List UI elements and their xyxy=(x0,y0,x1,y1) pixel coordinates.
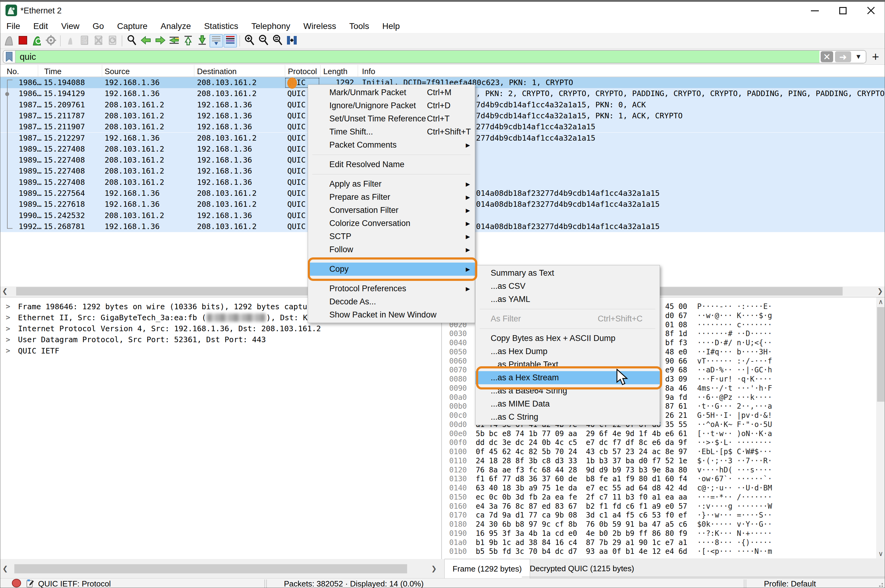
hex-row[interactable]: 01a0b1 9b 1c ad 38 84 16 c4 87 7b 29 a1 … xyxy=(444,538,884,548)
context-menu-item-prepare-as-filter[interactable]: Prepare as Filter▶ xyxy=(308,190,475,204)
hex-row[interactable]: 018024 30 6b b8 97 9c cf 8b 76 0b 59 91 … xyxy=(444,520,884,529)
menubar-item-go[interactable]: Go xyxy=(93,21,104,31)
menubar-item-file[interactable]: File xyxy=(6,21,20,31)
copy-submenu-item-as-a-hex-stream[interactable]: ...as a Hex Stream xyxy=(476,371,660,384)
go-forward-button[interactable] xyxy=(153,34,167,48)
context-menu-item-set-unset-time-reference[interactable]: Set/Unset Time ReferenceCtrl+T xyxy=(308,112,475,125)
column-separator[interactable] xyxy=(358,65,358,77)
scrollbar-thumb[interactable] xyxy=(877,307,884,402)
hex-row[interactable]: 00e05b bc e8 74 1b 77 09 aa 29 6f 4e 9d … xyxy=(444,429,884,438)
context-menu-item-protocol-preferences[interactable]: Protocol Preferences▶ xyxy=(308,282,475,295)
detail-row[interactable]: >User Datagram Protocol, Src Port: 52361… xyxy=(0,334,441,345)
context-menu-item-copy[interactable]: Copy▶ xyxy=(308,262,475,276)
menubar-item-capture[interactable]: Capture xyxy=(117,21,148,31)
hex-row[interactable]: 0150ec 0c 0b 3d fb 2a ea fe 2f c7 11 b3 … xyxy=(444,493,884,502)
clear-filter-button[interactable]: ✕ xyxy=(820,51,833,62)
copy-submenu-item-as-a-base64-string[interactable]: ...as a Base64 String xyxy=(476,384,660,398)
filter-text[interactable]: quic xyxy=(15,51,819,63)
hex-row[interactable]: 01000f 45 62 4c 82 5b 70 24 43 cb 57 23 … xyxy=(444,447,884,456)
status-profile[interactable]: Profile: Default xyxy=(764,579,816,588)
copy-submenu-item-as-printable-text[interactable]: ...as Printable Text xyxy=(476,358,660,371)
status-left-text[interactable]: QUIC IETF: Protocol xyxy=(38,579,111,588)
go-last-button[interactable] xyxy=(195,34,209,48)
find-packet-button[interactable] xyxy=(125,34,139,48)
save-file-button[interactable]: 010101100111 xyxy=(78,34,91,48)
title-bar[interactable]: *Ethernet 2 xyxy=(0,2,885,19)
hex-row[interactable]: 01b0b5 5b fd 3c 70 b4 dc d7 93 aa 0f b1 … xyxy=(444,547,884,556)
copy-submenu-item-as-yaml[interactable]: ...as YAML xyxy=(476,293,660,306)
context-menu-item-sctp[interactable]: SCTP▶ xyxy=(308,230,475,243)
scroll-down-icon[interactable]: ∨ xyxy=(876,550,885,557)
menubar-item-wireless[interactable]: Wireless xyxy=(303,21,336,31)
scroll-left-icon[interactable]: ❮ xyxy=(0,288,9,295)
auto-scroll-button[interactable] xyxy=(210,34,223,48)
filter-bookmark-button[interactable] xyxy=(3,51,15,63)
scroll-right-icon[interactable]: ❯ xyxy=(876,288,885,295)
hex-row[interactable]: 00f0dd dc 3e dc 24 0b 4c c5 e7 dc f7 df … xyxy=(444,438,884,447)
context-menu-item-edit-resolved-name[interactable]: Edit Resolved Name xyxy=(308,158,475,171)
zoom-out-button[interactable] xyxy=(257,34,270,48)
go-first-button[interactable] xyxy=(182,34,195,48)
column-separator[interactable] xyxy=(320,65,321,77)
menubar-item-tools[interactable]: Tools xyxy=(349,21,369,31)
expander-icon[interactable]: > xyxy=(6,336,10,344)
open-file-button[interactable] xyxy=(64,34,77,48)
expander-icon[interactable]: > xyxy=(6,313,10,322)
minimize-button[interactable] xyxy=(801,2,829,20)
menubar-item-analyze[interactable]: Analyze xyxy=(161,21,191,31)
expander-icon[interactable]: > xyxy=(6,346,10,355)
maximize-button[interactable] xyxy=(829,2,856,20)
context-menu-item-colorize-conversation[interactable]: Colorize Conversation▶ xyxy=(308,217,475,230)
hex-row[interactable]: 0170ca 7d 9a d1 77 ca 9b 08 3d c1 a4 f5 … xyxy=(444,511,884,520)
add-filter-button[interactable]: + xyxy=(869,51,882,63)
menubar-item-edit[interactable]: Edit xyxy=(33,21,48,31)
context-menu-item-decode-as[interactable]: Decode As... xyxy=(308,295,475,308)
zoom-in-button[interactable] xyxy=(243,34,256,48)
details-hscrollbar[interactable]: ❮ ❯ xyxy=(0,563,442,574)
copy-submenu-item-as-mime-data[interactable]: ...as MIME Data xyxy=(476,398,660,411)
column-separator[interactable] xyxy=(38,65,38,77)
tab-decrypted-quic[interactable]: Decrypted QUIC (1215 bytes) xyxy=(522,559,642,578)
copy-submenu-item-as-hex-dump[interactable]: ...as Hex Dump xyxy=(476,345,660,358)
capture-options-button[interactable] xyxy=(44,34,58,48)
go-back-button[interactable] xyxy=(140,34,153,48)
packet-details-pane[interactable]: >Frame 198646: 1292 bytes on wire (10336… xyxy=(0,297,442,578)
resize-grip[interactable] xyxy=(877,580,884,587)
close-file-button[interactable] xyxy=(92,34,105,48)
fin-gray-button[interactable] xyxy=(2,34,15,48)
expander-icon[interactable]: > xyxy=(6,302,10,311)
scroll-up-icon[interactable]: ∧ xyxy=(876,298,885,305)
copy-submenu-item-copy-bytes-as-hex-ascii-dump[interactable]: Copy Bytes as Hex + ASCII Dump xyxy=(476,332,660,345)
column-header-protocol[interactable]: Protocol xyxy=(288,67,317,76)
context-menu-item-follow[interactable]: Follow▶ xyxy=(308,243,475,256)
apply-filter-button[interactable]: ➜ xyxy=(835,51,851,62)
scrollbar-thumb[interactable] xyxy=(14,564,407,573)
zoom-reset-button[interactable] xyxy=(271,34,285,48)
menubar-item-statistics[interactable]: Statistics xyxy=(204,21,238,31)
capture-comment-icon[interactable] xyxy=(26,579,34,588)
copy-submenu-item-as-csv[interactable]: ...as CSV xyxy=(476,280,660,293)
menubar-item-telephony[interactable]: Telephony xyxy=(251,21,290,31)
tab-frame[interactable]: Frame (1292 bytes) xyxy=(444,559,530,578)
column-header-time[interactable]: Time xyxy=(44,67,62,76)
restart-capture-button[interactable] xyxy=(30,34,44,48)
context-menu-item-ignore-unignore-packet[interactable]: Ignore/Unignore PacketCtrl+D xyxy=(308,99,475,112)
column-header-length[interactable]: Length xyxy=(323,67,348,76)
expander-icon[interactable]: > xyxy=(6,324,10,333)
menubar-item-help[interactable]: Help xyxy=(382,21,400,31)
stop-capture-button[interactable] xyxy=(16,34,30,48)
go-to-packet-button[interactable] xyxy=(167,34,181,48)
column-separator[interactable] xyxy=(194,65,194,77)
display-filter-input[interactable]: quic ✕ ➜ ▼ xyxy=(3,50,866,63)
scroll-left-icon[interactable]: ❮ xyxy=(1,565,9,573)
column-header-destination[interactable]: Destination xyxy=(197,67,237,76)
hex-vscrollbar[interactable]: ∧ ∨ xyxy=(876,297,885,558)
hex-row[interactable]: 019016 95 3f 3a 4b 1a cd e0 4e b0 2b b9 … xyxy=(444,529,884,538)
close-button[interactable] xyxy=(857,2,885,20)
hex-row[interactable]: 0160e4 3a 76 8c 87 ed 83 67 b2 f1 fd c6 … xyxy=(444,502,884,511)
menubar-item-view[interactable]: View xyxy=(61,21,79,31)
copy-submenu-item-as-filter[interactable]: As FilterCtrl+Shift+C xyxy=(476,312,660,326)
context-menu-item-apply-as-filter[interactable]: Apply as Filter▶ xyxy=(308,177,475,190)
packet-list-header[interactable]: No.TimeSourceDestinationProtocolLengthIn… xyxy=(0,65,885,77)
column-header-info[interactable]: Info xyxy=(362,67,375,76)
